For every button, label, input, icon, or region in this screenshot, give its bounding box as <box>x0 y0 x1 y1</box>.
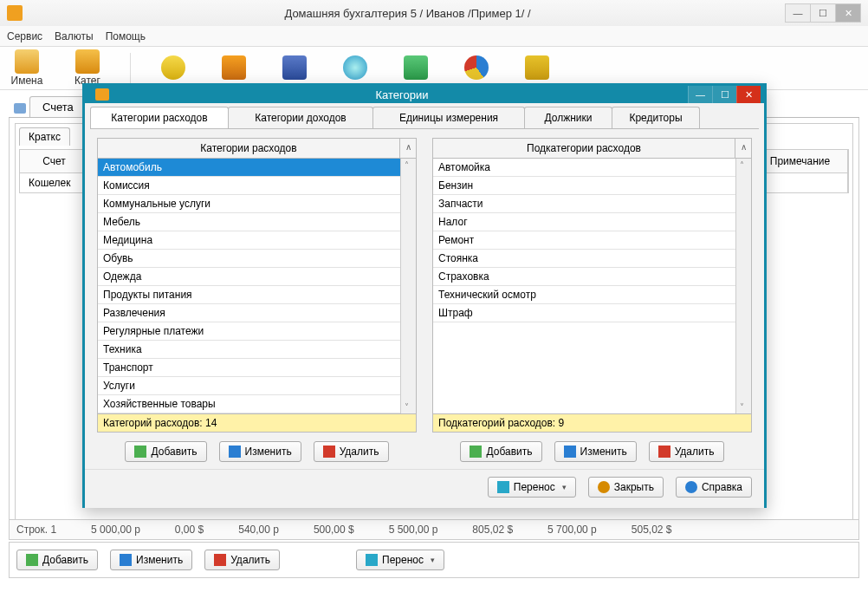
category-item[interactable]: Мебель <box>98 213 400 231</box>
delete-icon <box>323 446 335 458</box>
subcategories-edit-button[interactable]: Изменить <box>554 441 637 462</box>
dollar-icon <box>161 55 185 80</box>
dialog-help-button[interactable]: Справка <box>676 477 752 498</box>
category-item[interactable]: Одежда <box>98 268 400 286</box>
toolbar-search[interactable] <box>337 55 373 81</box>
category-item[interactable]: Транспорт <box>98 359 400 377</box>
subcategories-list-panel: Подкатегории расходов ∧ АвтомойкаБензинЗ… <box>432 138 752 464</box>
delete-icon <box>658 446 670 458</box>
dialog-close-button[interactable]: ✕ <box>736 86 761 103</box>
dialog-tabs: Категории расходов Категории доходов Еди… <box>90 107 759 129</box>
category-item[interactable]: Автомобиль <box>98 159 400 177</box>
main-titlebar: Домашняя бухгалтерия 5 / Иванов /Пример … <box>0 0 868 26</box>
subcategories-add-button[interactable]: Добавить <box>460 441 541 462</box>
subcategories-list-title: Подкатегории расходов <box>433 139 735 158</box>
maximize-button[interactable]: ☐ <box>810 3 836 23</box>
minimize-button[interactable]: — <box>785 3 811 23</box>
subcategories-delete-button[interactable]: Удалить <box>649 441 724 462</box>
dialog-body: Категории расходов ∧ АвтомобильКомиссияК… <box>85 129 764 469</box>
dialog-move-button[interactable]: Перенос▾ <box>488 477 576 498</box>
category-item[interactable]: Коммунальные услуги <box>98 195 400 213</box>
subcategory-item[interactable]: Налог <box>433 213 735 231</box>
subcategories-edit-label: Изменить <box>580 446 627 458</box>
subcategories-list-header: Подкатегории расходов ∧ <box>432 138 752 159</box>
summary-v3: 540,00 р <box>238 524 279 536</box>
subcategory-item[interactable]: Стоянка <box>433 250 735 268</box>
close-button[interactable]: ✕ <box>835 3 861 23</box>
subcategories-list-sort-icon[interactable]: ∧ <box>735 139 751 158</box>
categories-list-body: АвтомобильКомиссияКоммунальные услугиМеб… <box>97 159 417 414</box>
toolbar-export[interactable] <box>398 55 434 81</box>
category-item[interactable]: Медицина <box>98 231 400 250</box>
category-item[interactable]: Комиссия <box>98 177 400 195</box>
subcategory-item[interactable]: Технический осмотр <box>433 286 735 304</box>
subcategories-list-items[interactable]: АвтомойкаБензинЗапчастиНалогРемонтСтоянк… <box>433 159 735 413</box>
subcategory-item[interactable]: Запчасти <box>433 195 735 213</box>
menubar: Сервис Валюты Помощь <box>0 26 868 47</box>
category-item[interactable]: Обувь <box>98 250 400 268</box>
edit-icon <box>229 446 241 458</box>
subcategories-scrollbar[interactable] <box>735 159 751 413</box>
toolbar-chart[interactable] <box>458 55 495 81</box>
dialog-titlebar: Категории — ☐ ✕ <box>85 86 764 103</box>
tab-income-categories[interactable]: Категории доходов <box>228 107 373 128</box>
menu-service[interactable]: Сервис <box>7 30 42 42</box>
category-item[interactable]: Развлечения <box>98 304 400 322</box>
subcategories-delete-label: Удалить <box>675 446 715 458</box>
magnifier-icon <box>343 55 367 80</box>
main-add-button[interactable]: Добавить <box>16 550 98 570</box>
dialog-close-action-button[interactable]: Закрыть <box>588 477 664 498</box>
plus-icon <box>470 446 482 458</box>
subcategory-item[interactable]: Страховка <box>433 268 735 286</box>
summary-label: Строк. 1 <box>16 524 56 536</box>
toolbar-separator <box>130 53 131 84</box>
main-delete-button[interactable]: Удалить <box>204 550 280 570</box>
toolbar-currency[interactable] <box>155 55 191 81</box>
dialog-maximize-button[interactable]: ☐ <box>712 86 736 103</box>
categories-list-sort-icon[interactable]: ∧ <box>400 139 416 158</box>
menu-help[interactable]: Помощь <box>106 30 146 42</box>
menu-currencies[interactable]: Валюты <box>55 30 94 42</box>
tab-accounts[interactable]: Счета <box>29 96 87 117</box>
toolbar-names-label: Имена <box>11 75 43 87</box>
categories-scrollbar[interactable] <box>400 159 416 413</box>
dialog-close-label: Закрыть <box>614 481 654 493</box>
category-item[interactable]: Продукты питания <box>98 286 400 304</box>
toolbar-calculator[interactable] <box>276 55 313 81</box>
inner-tab-short[interactable]: Краткс <box>19 127 70 146</box>
subcategory-item[interactable]: Штраф <box>433 304 735 322</box>
categories-add-button[interactable]: Добавить <box>125 441 206 462</box>
calculator-icon <box>282 55 307 80</box>
subcategory-item[interactable]: Автомойка <box>433 159 735 177</box>
categories-list-items[interactable]: АвтомобильКомиссияКоммунальные услугиМеб… <box>98 159 400 413</box>
categories-edit-button[interactable]: Изменить <box>219 441 301 462</box>
row-note <box>753 173 848 192</box>
tab-units[interactable]: Единицы измерения <box>372 107 525 128</box>
main-edit-label: Изменить <box>136 554 183 566</box>
category-item[interactable]: Услуги <box>98 377 400 395</box>
summary-v2: 0,00 $ <box>175 524 204 536</box>
row-account: Кошелек <box>20 173 89 192</box>
toolbar-wallet[interactable] <box>216 55 252 81</box>
tab-creditors[interactable]: Кредиторы <box>612 107 700 128</box>
toolbar-tool[interactable] <box>519 55 555 81</box>
subcategory-item[interactable]: Ремонт <box>433 231 735 250</box>
col-account: Счет <box>20 150 89 172</box>
categories-delete-button[interactable]: Удалить <box>314 441 389 462</box>
category-item[interactable]: Техника <box>98 341 400 359</box>
categories-list-buttons: Добавить Изменить Удалить <box>97 433 417 464</box>
tab-icon <box>14 103 26 114</box>
main-move-button[interactable]: Перенос▾ <box>356 550 444 570</box>
category-item[interactable]: Хозяйственные товары <box>98 395 400 413</box>
main-edit-button[interactable]: Изменить <box>110 550 192 570</box>
subcategory-item[interactable]: Бензин <box>433 177 735 195</box>
tab-expense-categories[interactable]: Категории расходов <box>90 107 229 128</box>
dialog-minimize-button[interactable]: — <box>688 86 712 103</box>
tab-debtors[interactable]: Должники <box>524 107 612 128</box>
toolbar-names[interactable]: Имена <box>9 49 45 87</box>
dialog-window-buttons: — ☐ ✕ <box>688 86 761 103</box>
category-item[interactable]: Регулярные платежи <box>98 322 400 341</box>
toolbar-categories[interactable]: Катег <box>69 49 106 87</box>
summary-row: Строк. 1 5 000,00 р 0,00 $ 540,00 р 500,… <box>9 519 859 540</box>
subcategories-add-label: Добавить <box>486 446 532 458</box>
